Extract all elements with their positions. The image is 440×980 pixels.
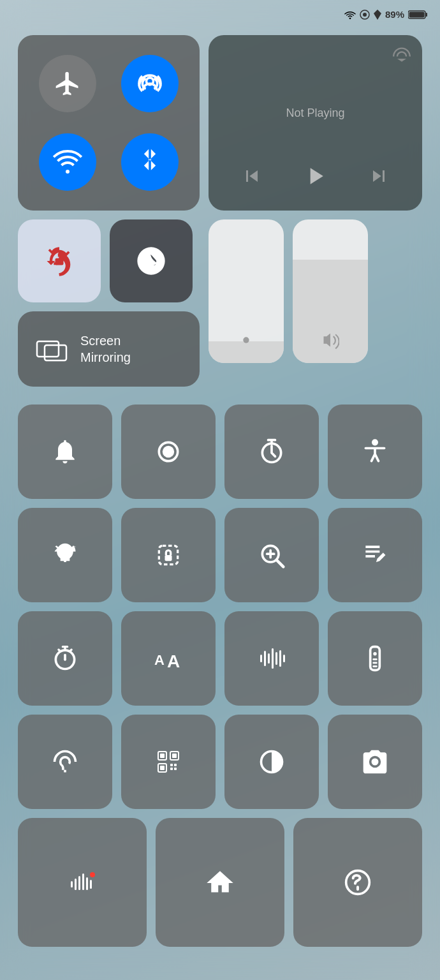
svg-point-2 bbox=[363, 13, 367, 17]
lock-rotation-button[interactable] bbox=[18, 219, 101, 302]
svg-rect-19 bbox=[165, 555, 172, 561]
svg-rect-33 bbox=[279, 650, 281, 667]
svg-rect-47 bbox=[174, 764, 177, 766]
svg-point-25 bbox=[64, 658, 66, 661]
svg-point-56 bbox=[90, 872, 95, 877]
volume-icon bbox=[321, 331, 339, 352]
stopwatch-button[interactable] bbox=[18, 611, 112, 706]
wifi-status-icon bbox=[344, 10, 356, 19]
control-center: Not Playing bbox=[0, 35, 440, 947]
icon-grid-row4 bbox=[18, 715, 422, 809]
svg-rect-49 bbox=[174, 768, 177, 770]
now-playing-title: Not Playing bbox=[221, 64, 409, 162]
shazam-button[interactable] bbox=[293, 818, 422, 947]
svg-rect-28 bbox=[260, 655, 262, 662]
svg-point-0 bbox=[349, 17, 351, 19]
wifi-button[interactable] bbox=[39, 133, 96, 191]
left-controls-col: Screen Mirroring bbox=[18, 219, 200, 396]
rewind-button[interactable] bbox=[240, 165, 263, 188]
svg-rect-31 bbox=[272, 648, 274, 669]
svg-point-13 bbox=[163, 446, 174, 457]
brightness-slider[interactable] bbox=[209, 219, 284, 363]
location-status-icon bbox=[374, 10, 381, 20]
camera-button[interactable] bbox=[328, 715, 422, 809]
svg-rect-45 bbox=[160, 766, 165, 770]
battery-icon bbox=[408, 10, 427, 20]
battery-percent-label: 89% bbox=[385, 9, 404, 20]
svg-rect-34 bbox=[283, 655, 285, 662]
icon-grid bbox=[18, 405, 422, 499]
screen-lock-button[interactable] bbox=[121, 508, 216, 602]
media-controls bbox=[221, 162, 409, 199]
airplane-mode-button[interactable] bbox=[39, 55, 96, 112]
qr-code-button[interactable] bbox=[121, 715, 216, 809]
hearing-button[interactable] bbox=[18, 715, 112, 809]
alarm-button[interactable] bbox=[18, 508, 112, 602]
svg-rect-48 bbox=[170, 768, 173, 770]
svg-text:A: A bbox=[167, 651, 180, 671]
sliders-col bbox=[209, 219, 422, 396]
remote-button[interactable] bbox=[328, 611, 422, 706]
mute-button[interactable] bbox=[18, 405, 112, 499]
svg-rect-4 bbox=[426, 13, 428, 17]
fast-forward-button[interactable] bbox=[367, 165, 390, 188]
brightness-icon bbox=[237, 331, 255, 352]
bluetooth-button[interactable] bbox=[121, 133, 179, 191]
svg-rect-32 bbox=[275, 652, 277, 665]
voice-memo-button[interactable] bbox=[18, 818, 147, 947]
screen-record-status-icon bbox=[360, 10, 370, 20]
svg-point-36 bbox=[373, 652, 377, 655]
status-bar: 89% bbox=[344, 9, 427, 20]
svg-rect-38 bbox=[372, 662, 377, 664]
text-size-button[interactable]: A A bbox=[121, 611, 216, 706]
volume-slider[interactable] bbox=[293, 219, 368, 363]
airplay-button[interactable] bbox=[393, 45, 411, 66]
svg-rect-54 bbox=[86, 877, 88, 890]
svg-line-21 bbox=[277, 560, 283, 567]
svg-text:A: A bbox=[154, 652, 165, 668]
svg-rect-51 bbox=[75, 879, 77, 890]
svg-rect-10 bbox=[45, 345, 66, 360]
svg-rect-41 bbox=[160, 754, 165, 758]
svg-point-11 bbox=[243, 337, 249, 343]
svg-rect-37 bbox=[372, 658, 377, 660]
svg-rect-53 bbox=[82, 873, 84, 890]
dark-mode-button[interactable] bbox=[224, 715, 319, 809]
screen-mirroring-button[interactable]: Screen Mirroring bbox=[18, 311, 200, 387]
svg-rect-52 bbox=[78, 876, 80, 890]
icon-grid-row3: A A bbox=[18, 611, 422, 706]
svg-rect-43 bbox=[172, 754, 177, 758]
svg-rect-5 bbox=[409, 11, 425, 17]
svg-rect-29 bbox=[264, 651, 266, 666]
svg-rect-50 bbox=[71, 881, 73, 887]
screen-mirroring-label: Screen Mirroring bbox=[80, 332, 131, 366]
home-button[interactable] bbox=[156, 818, 284, 947]
svg-point-17 bbox=[372, 440, 377, 445]
svg-rect-8 bbox=[55, 258, 64, 265]
notes-button[interactable] bbox=[328, 508, 422, 602]
svg-rect-30 bbox=[268, 653, 270, 664]
connectivity-panel bbox=[18, 35, 200, 211]
do-not-disturb-button[interactable] bbox=[110, 219, 193, 302]
icon-grid-row2 bbox=[18, 508, 422, 602]
timer-button[interactable] bbox=[224, 405, 319, 499]
now-playing-panel[interactable]: Not Playing bbox=[209, 35, 422, 211]
play-button[interactable] bbox=[301, 162, 329, 190]
svg-rect-46 bbox=[170, 764, 173, 766]
zoom-button[interactable] bbox=[224, 508, 319, 602]
top-row: Not Playing bbox=[18, 35, 422, 211]
svg-rect-55 bbox=[90, 880, 92, 889]
icon-grid-row5 bbox=[18, 818, 422, 947]
sound-recognition-button[interactable] bbox=[224, 611, 319, 706]
accessibility-button[interactable] bbox=[328, 405, 422, 499]
second-row: Screen Mirroring bbox=[18, 219, 422, 396]
svg-rect-9 bbox=[37, 341, 59, 357]
svg-rect-39 bbox=[372, 665, 377, 667]
screen-recording-button[interactable] bbox=[121, 405, 216, 499]
airdrop-button[interactable] bbox=[121, 55, 179, 112]
